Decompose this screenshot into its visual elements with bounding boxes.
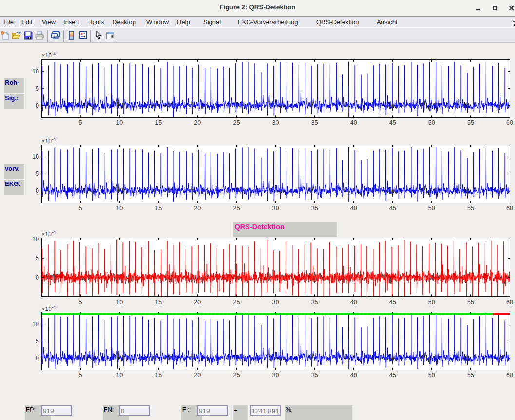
svg-text:60: 60 xyxy=(506,299,513,306)
svg-text:10: 10 xyxy=(116,299,123,306)
svg-text:25: 25 xyxy=(233,205,240,212)
svg-text:-4: -4 xyxy=(52,51,56,56)
svg-text:40: 40 xyxy=(350,119,357,126)
svg-text:55: 55 xyxy=(467,299,474,306)
svg-text:50: 50 xyxy=(428,205,435,212)
svg-text:30: 30 xyxy=(272,119,279,126)
svg-text:25: 25 xyxy=(233,299,240,306)
svg-text:15: 15 xyxy=(155,372,162,379)
svg-text:0: 0 xyxy=(36,187,39,194)
svg-text:60: 60 xyxy=(506,119,513,126)
svg-text:30: 30 xyxy=(272,205,279,212)
svg-text:45: 45 xyxy=(389,119,396,126)
svg-text:50: 50 xyxy=(428,119,435,126)
svg-text:45: 45 xyxy=(389,372,396,379)
svg-text:40: 40 xyxy=(350,372,357,379)
svg-text:10: 10 xyxy=(116,372,123,379)
svg-text:45: 45 xyxy=(389,299,396,306)
svg-text:55: 55 xyxy=(467,372,474,379)
svg-text:0: 0 xyxy=(36,274,39,281)
svg-text:40: 40 xyxy=(350,205,357,212)
svg-text:50: 50 xyxy=(428,299,435,306)
svg-text:5: 5 xyxy=(79,372,82,379)
svg-text:-4: -4 xyxy=(52,305,56,310)
svg-text:15: 15 xyxy=(155,119,162,126)
svg-text:15: 15 xyxy=(155,299,162,306)
svg-text:45: 45 xyxy=(389,205,396,212)
svg-text:25: 25 xyxy=(233,372,240,379)
svg-text:10: 10 xyxy=(32,68,39,75)
svg-text:-4: -4 xyxy=(52,137,56,142)
svg-text:-4: -4 xyxy=(52,230,56,235)
svg-text:35: 35 xyxy=(311,205,318,212)
svg-text:15: 15 xyxy=(155,205,162,212)
svg-text:0: 0 xyxy=(36,355,39,362)
svg-text:10: 10 xyxy=(32,321,39,328)
svg-text:50: 50 xyxy=(428,372,435,379)
svg-text:55: 55 xyxy=(467,119,474,126)
svg-text:5: 5 xyxy=(79,119,82,126)
svg-text:5: 5 xyxy=(36,85,39,92)
svg-text:5: 5 xyxy=(36,338,39,345)
svg-text:25: 25 xyxy=(233,119,240,126)
svg-text:10: 10 xyxy=(116,119,123,126)
svg-text:0: 0 xyxy=(36,102,39,109)
svg-text:35: 35 xyxy=(311,119,318,126)
svg-text:30: 30 xyxy=(272,299,279,306)
svg-text:20: 20 xyxy=(194,205,201,212)
svg-text:10: 10 xyxy=(116,205,123,212)
svg-text:60: 60 xyxy=(506,205,513,212)
svg-text:40: 40 xyxy=(350,299,357,306)
svg-text:60: 60 xyxy=(506,372,513,379)
svg-text:35: 35 xyxy=(311,299,318,306)
svg-text:5: 5 xyxy=(36,170,39,177)
svg-text:55: 55 xyxy=(467,205,474,212)
svg-text:30: 30 xyxy=(272,372,279,379)
svg-text:20: 20 xyxy=(194,372,201,379)
svg-text:×10: ×10 xyxy=(42,138,52,145)
svg-text:5: 5 xyxy=(36,255,39,262)
svg-text:10: 10 xyxy=(32,236,39,243)
svg-text:5: 5 xyxy=(79,205,82,212)
svg-text:×10: ×10 xyxy=(42,231,52,237)
svg-text:35: 35 xyxy=(311,372,318,379)
svg-text:20: 20 xyxy=(194,119,201,126)
svg-text:5: 5 xyxy=(79,299,82,306)
svg-text:×10: ×10 xyxy=(42,306,52,312)
svg-text:20: 20 xyxy=(194,299,201,306)
svg-text:10: 10 xyxy=(32,153,39,160)
svg-text:×10: ×10 xyxy=(42,52,52,59)
